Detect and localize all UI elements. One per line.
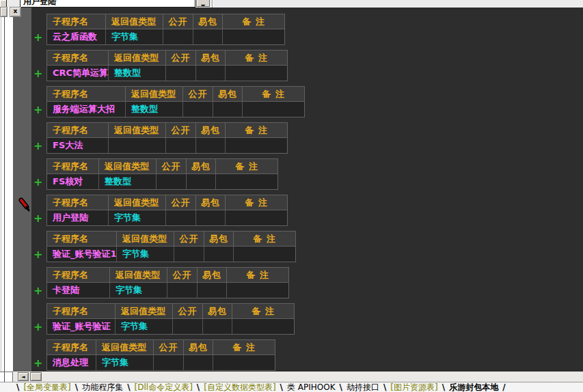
cell-remark[interactable] — [243, 102, 304, 117]
horizontal-scrollbar[interactable]: ◄ — [13, 372, 583, 382]
cell-remark[interactable] — [234, 247, 295, 262]
cell-easy-pack[interactable] — [196, 138, 226, 153]
cell-easy-pack[interactable] — [193, 29, 223, 44]
cell-name[interactable]: 服务端运算大招 — [47, 102, 126, 117]
add-row-button[interactable]: + — [33, 86, 46, 117]
tab-8[interactable]: 乐游封包本地 — [449, 382, 498, 392]
column-header-public: 公开 — [154, 340, 184, 355]
cell-public[interactable] — [173, 319, 203, 334]
subroutine-table: 子程序名返回值类型公开易包备 注验证_账号验证字节集 — [46, 303, 295, 335]
panel-border-line — [4, 372, 5, 382]
cell-public[interactable] — [174, 247, 204, 262]
cell-remark[interactable] — [227, 283, 288, 298]
cell-name[interactable]: 用户登陆 — [47, 210, 109, 225]
cell-public[interactable] — [183, 102, 213, 117]
name-combobox[interactable]: 用户登陆 — [20, 0, 195, 8]
cell-name[interactable]: FS核对 — [47, 174, 99, 189]
add-row-button[interactable]: + — [33, 231, 46, 262]
tab-3[interactable]: [Dll命令定义表] — [135, 382, 193, 392]
column-header-remark: 备 注 — [243, 87, 304, 102]
add-row-button[interactable]: + — [33, 50, 46, 81]
column-header-return-type: 返回值类型 — [109, 51, 166, 66]
cell-return-type[interactable]: 字节集 — [116, 319, 173, 334]
tab-separator: \ — [442, 382, 445, 392]
combobox-value: 用户登陆 — [23, 0, 56, 8]
cell-easy-pack[interactable] — [196, 66, 226, 81]
tab-1[interactable]: [全局变量表] — [23, 382, 70, 392]
cell-public[interactable] — [166, 210, 196, 225]
cell-public[interactable] — [157, 174, 187, 189]
subroutine-table: 子程序名返回值类型公开易包备 注消息处理字节集 — [46, 339, 275, 371]
cell-name[interactable]: FS大法 — [47, 138, 109, 153]
cell-easy-pack[interactable] — [196, 210, 226, 225]
column-header-remark: 备 注 — [234, 232, 295, 247]
column-header-public: 公开 — [167, 268, 198, 283]
cell-public[interactable] — [163, 29, 193, 44]
cell-public[interactable] — [166, 66, 196, 81]
column-header-name: 子程序名 — [47, 14, 106, 29]
add-row-button[interactable]: + — [33, 195, 46, 226]
cell-easy-pack[interactable] — [184, 355, 213, 370]
cell-name[interactable]: 云之盾函数 — [47, 29, 106, 44]
cell-name[interactable]: 卡登陆 — [47, 283, 110, 298]
panel-border-line — [1, 8, 1, 372]
tab-4[interactable]: [自定义数据类型表] — [204, 382, 275, 392]
cell-remark[interactable] — [213, 355, 275, 370]
scrollbar-thumb[interactable] — [30, 372, 42, 381]
cell-return-type[interactable]: 字节集 — [106, 29, 163, 44]
add-row-button[interactable]: + — [33, 267, 46, 298]
add-row-button[interactable]: + — [33, 122, 46, 154]
tab-6[interactable]: 劫持接口 — [347, 382, 379, 392]
cell-return-type[interactable] — [109, 138, 166, 153]
cell-remark[interactable] — [226, 210, 287, 225]
column-header-easy-pack: 易包 — [203, 304, 232, 319]
cell-public[interactable] — [166, 138, 196, 153]
cell-remark[interactable] — [223, 29, 284, 44]
column-header-name: 子程序名 — [47, 195, 109, 210]
cell-name[interactable]: 验证_账号验证1 — [47, 247, 117, 262]
red-pen-icon — [18, 197, 31, 215]
cell-public[interactable] — [154, 355, 184, 370]
column-header-easy-pack: 易包 — [196, 51, 226, 66]
cell-remark[interactable] — [232, 319, 294, 334]
cell-return-type[interactable]: 整数型 — [99, 174, 157, 189]
cell-name[interactable]: CRC简单运算 — [47, 66, 109, 81]
add-row-button[interactable]: + — [33, 339, 46, 371]
cell-return-type[interactable]: 字节集 — [109, 210, 166, 225]
subroutine-table-block: +子程序名返回值类型公开易包备 注FS大法 — [33, 122, 583, 154]
column-header-name: 子程序名 — [47, 304, 116, 319]
cell-easy-pack[interactable] — [198, 283, 227, 298]
cell-return-type[interactable]: 整数型 — [109, 66, 166, 81]
tab-7[interactable]: [图片资源表] — [390, 382, 437, 392]
scroll-left-button[interactable]: ◄ — [18, 372, 29, 381]
cell-easy-pack[interactable] — [203, 319, 232, 334]
cell-easy-pack[interactable] — [204, 247, 234, 262]
cell-easy-pack[interactable] — [213, 102, 243, 117]
subroutine-table-block: +子程序名返回值类型公开易包备 注CRC简单运算整数型 — [33, 50, 583, 81]
cell-remark[interactable] — [226, 66, 287, 81]
cell-return-type[interactable]: 字节集 — [117, 247, 174, 262]
cell-return-type[interactable]: 整数型 — [126, 102, 183, 117]
tab-2[interactable]: 功能程序集 — [82, 382, 123, 392]
cell-name[interactable]: 消息处理 — [47, 355, 96, 370]
cell-return-type[interactable]: 字节集 — [96, 355, 154, 370]
add-row-button[interactable]: + — [33, 303, 46, 335]
tab-separator: \ — [16, 382, 19, 392]
tab-separator: \ — [197, 382, 200, 392]
add-row-button[interactable]: + — [33, 14, 46, 45]
column-header-name: 子程序名 — [47, 51, 109, 66]
close-button[interactable]: x — [10, 7, 21, 17]
tab-5[interactable]: 类 APIHOOK — [287, 382, 336, 392]
cell-easy-pack[interactable] — [187, 174, 216, 189]
cell-remark[interactable] — [226, 138, 287, 153]
panel-button-fragment[interactable] — [0, 7, 8, 17]
cell-name[interactable]: 验证_账号验证 — [47, 319, 116, 334]
cell-public[interactable] — [167, 283, 198, 298]
combobox-dropdown-button[interactable]: ▼ — [196, 0, 210, 7]
column-header-public: 公开 — [166, 51, 196, 66]
subroutine-table-block: +子程序名返回值类型公开易包备 注服务端运算大招整数型 — [33, 86, 583, 117]
cell-return-type[interactable]: 字节集 — [110, 283, 167, 298]
bottom-left-corner — [0, 372, 13, 382]
add-row-button[interactable]: + — [33, 158, 46, 190]
cell-remark[interactable] — [216, 174, 277, 189]
